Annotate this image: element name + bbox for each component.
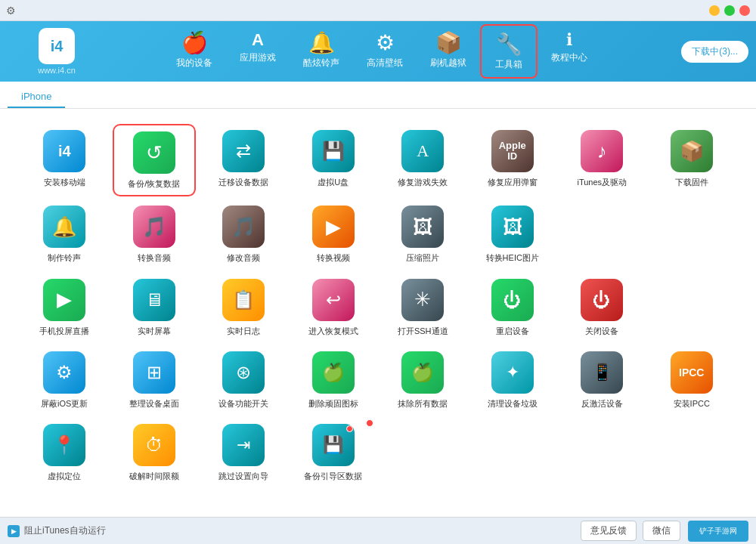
virtual-location-label: 虚拟定位 (48, 471, 81, 481)
tool-skip-setup[interactable]: ⇥ 跳过设置向导 (202, 418, 286, 487)
tool-restart-device[interactable]: ⏻ 重启设备 (471, 273, 555, 342)
main-content: i4 安装移动端 ↺ 备份/恢复数据 ⇄ 迁移设备数据 💾 虚拟U盘 A 修复游… (0, 109, 756, 517)
install-mobile-icon: i4 (43, 130, 85, 172)
tool-remove-stubborn-icon[interactable]: 🍏 删除顽固图标 (292, 345, 376, 415)
tool-virtual-udisk[interactable]: 💾 虚拟U盘 (292, 124, 376, 196)
tool-convert-heic[interactable]: 🖼 转换HEIC图片 (471, 199, 555, 269)
tool-realtime-screen[interactable]: 🖥 实时屏幕 (113, 273, 197, 342)
tool-migrate-data[interactable]: ⇄ 迁移设备数据 (202, 124, 286, 196)
nav-my-device-label: 我的设备 (176, 57, 212, 70)
nav-toolbox[interactable]: 🔧 工具箱 (480, 24, 538, 79)
tool-recovery-mode[interactable]: ↩ 进入恢复模式 (292, 273, 376, 342)
nav-jailbreak-label: 刷机越狱 (430, 57, 466, 70)
bottombar: ▶ 阻止iTunes自动运行 意见反馈 微信 铲子手游网 (0, 517, 756, 544)
break-time-limit-label: 破解时间限额 (129, 471, 179, 481)
minimize-button[interactable] (709, 5, 720, 16)
tool-virtual-location[interactable]: 📍 虚拟定位 (23, 418, 107, 487)
recovery-mode-label: 进入恢复模式 (308, 326, 358, 336)
tool-open-ssh[interactable]: ✳ 打开SSH通道 (381, 273, 465, 342)
tool-itunes-driver[interactable]: ♪ iTunes及驱动 (560, 124, 644, 196)
tutorial-icon: ℹ (566, 30, 572, 50)
nav-ringtone[interactable]: 🔔 酷炫铃声 (290, 24, 353, 79)
status-text: 阻止iTunes自动运行 (24, 524, 106, 537)
tool-install-mobile[interactable]: i4 安装移动端 (23, 124, 107, 196)
bottom-logo: 铲子手游网 (688, 521, 748, 542)
tool-fix-app-popup[interactable]: AppleID 修复应用弹窗 (471, 124, 555, 196)
realtime-screen-icon: 🖥 (133, 279, 175, 321)
tool-realtime-log[interactable]: 📋 实时日志 (202, 273, 286, 342)
nav-app-game-label: 应用游戏 (240, 51, 276, 64)
tool-backup-partition[interactable]: 💾 备份引导区数据 (292, 418, 376, 487)
tab-iphone[interactable]: iPhone (8, 86, 65, 108)
ringtone-icon: 🔔 (308, 30, 335, 55)
logo-url: www.i4.cn (38, 66, 76, 75)
my-device-icon: 🍎 (181, 30, 208, 55)
nav-tutorial[interactable]: ℹ 教程中心 (538, 24, 601, 79)
convert-audio-label: 转换音频 (138, 252, 171, 263)
tool-break-time-limit[interactable]: ⏱ 破解时间限额 (113, 418, 197, 487)
tool-convert-audio[interactable]: 🎵 转换音频 (113, 199, 197, 269)
nav-app-game[interactable]: A 应用游戏 (226, 24, 290, 79)
tool-compress-photo[interactable]: 🖼 压缩照片 (381, 199, 465, 269)
feedback-button[interactable]: 意见反馈 (581, 521, 637, 541)
shutdown-device-icon: ⏻ (581, 279, 623, 321)
tool-screen-live[interactable]: ▶ 手机投屏直播 (23, 273, 107, 342)
status-icon: ▶ (8, 525, 20, 537)
block-ios-update-label: 屏蔽iOS更新 (41, 398, 88, 409)
tool-row-5: 📍 虚拟定位 ⏱ 破解时间限额 ⇥ 跳过设置向导 💾 备份引导区数据 (23, 418, 733, 487)
remove-stubborn-icon-label: 删除顽固图标 (308, 398, 358, 409)
tool-install-ipcc[interactable]: IPCC 安装IPCC (650, 345, 734, 415)
tool-make-ringtone[interactable]: 🔔 制作铃声 (23, 199, 107, 269)
nav-wallpaper[interactable]: ⚙ 高清壁纸 (353, 24, 417, 79)
header-right: 下载中(3)... (658, 41, 748, 63)
tool-backup-restore[interactable]: ↺ 备份/恢复数据 (113, 124, 197, 196)
nav-my-device[interactable]: 🍎 我的设备 (163, 24, 226, 79)
device-func-switch-icon: ⊛ (222, 351, 265, 394)
deactivate-device-icon: 📱 (581, 351, 623, 394)
fix-game-icon: A (401, 130, 444, 172)
toolbox-icon: 🔧 (496, 32, 522, 57)
logo-area: i4 www.i4.cn (8, 28, 106, 75)
download-button[interactable]: 下载中(3)... (681, 41, 748, 63)
close-button[interactable] (739, 5, 750, 16)
tool-block-ios-update[interactable]: ⚙ 屏蔽iOS更新 (23, 345, 107, 415)
break-time-limit-icon: ⏱ (133, 424, 175, 466)
tool-shutdown-device[interactable]: ⏻ 关闭设备 (560, 273, 644, 342)
nav-jailbreak[interactable]: 📦 刷机越狱 (417, 24, 480, 79)
tool-download-firmware[interactable]: 📦 下载固件 (650, 124, 734, 196)
open-ssh-label: 打开SSH通道 (398, 326, 448, 336)
virtual-udisk-icon: 💾 (312, 130, 355, 172)
tool-clean-device[interactable]: ✦ 清理设备垃圾 (471, 345, 555, 415)
clean-device-label: 清理设备垃圾 (488, 398, 538, 409)
skip-setup-icon: ⇥ (222, 424, 265, 466)
erase-all-data-label: 抹除所有数据 (398, 398, 448, 409)
organize-desktop-label: 整理设备桌面 (129, 398, 179, 409)
edit-audio-icon: 🎵 (222, 206, 265, 248)
convert-video-label: 转换视频 (317, 252, 350, 263)
tool-deactivate-device[interactable]: 📱 反激活设备 (560, 345, 644, 415)
tool-erase-all-data[interactable]: 🍏 抹除所有数据 (381, 345, 465, 415)
nav-ringtone-label: 酷炫铃声 (303, 57, 339, 70)
tool-device-func-switch[interactable]: ⊛ 设备功能开关 (202, 345, 286, 415)
settings-icon[interactable]: ⚙ (6, 5, 16, 17)
convert-video-icon: ▶ (312, 206, 355, 248)
wechat-button[interactable]: 微信 (643, 521, 680, 541)
tool-edit-audio[interactable]: 🎵 修改音频 (202, 199, 286, 269)
download-firmware-icon: 📦 (671, 130, 713, 172)
tool-row-3: ▶ 手机投屏直播 🖥 实时屏幕 📋 实时日志 ↩ 进入恢复模式 ✳ 打开SSH通… (23, 273, 733, 342)
itunes-driver-label: iTunes及驱动 (577, 177, 627, 187)
nav-toolbox-label: 工具箱 (495, 58, 522, 71)
maximize-button[interactable] (724, 5, 735, 16)
download-firmware-label: 下载固件 (675, 177, 708, 187)
tool-organize-desktop[interactable]: ⊞ 整理设备桌面 (113, 345, 197, 415)
tool-fix-game[interactable]: A 修复游戏失效 (381, 124, 465, 196)
device-func-switch-label: 设备功能开关 (218, 398, 268, 409)
realtime-log-icon: 📋 (222, 279, 265, 321)
recovery-mode-icon: ↩ (312, 279, 355, 321)
shutdown-device-label: 关闭设备 (585, 326, 618, 336)
open-ssh-icon: ✳ (401, 279, 444, 321)
tool-convert-video[interactable]: ▶ 转换视频 (292, 199, 376, 269)
erase-all-data-icon: 🍏 (401, 351, 444, 394)
nav-wallpaper-label: 高清壁纸 (367, 57, 403, 70)
app-game-icon: A (252, 30, 264, 50)
